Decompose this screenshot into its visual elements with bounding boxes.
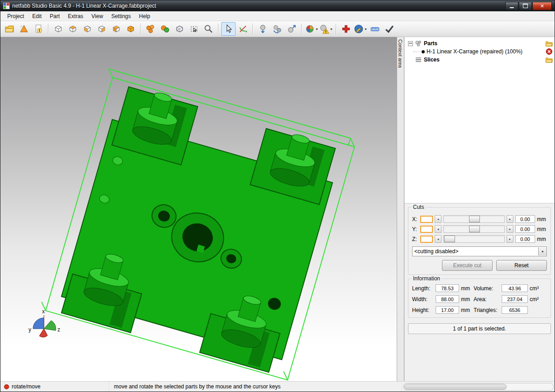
rotate-spheres-icon <box>272 24 282 34</box>
execute-cut-button[interactable]: Execute cut <box>442 260 493 271</box>
analysis-button[interactable]: ▼ <box>304 22 319 36</box>
slider-right-arrow[interactable]: ► <box>507 215 513 223</box>
load-part-folder-icon[interactable] <box>546 40 553 47</box>
maximize-button[interactable] <box>519 2 532 10</box>
cut-plane-box-x[interactable] <box>420 216 433 223</box>
orientation-axes: x y z <box>27 308 65 346</box>
cuts-group: Cuts X: ◄ ► mm Y: ◄ ► mm <box>408 207 551 275</box>
menu-view[interactable]: View <box>87 12 107 20</box>
menu-edit[interactable]: Edit <box>28 12 46 20</box>
tree-item-parts[interactable]: Parts <box>404 39 555 47</box>
parts-tree: Parts H-1 Linear X-Carrage (repaired) (1… <box>404 37 555 203</box>
show-slices-button[interactable] <box>158 22 172 36</box>
collapse-icon[interactable] <box>408 41 413 46</box>
add-button[interactable] <box>339 22 353 36</box>
select-tool-button[interactable] <box>221 22 236 36</box>
menu-extras[interactable]: Extras <box>64 12 87 20</box>
slider-right-arrow[interactable]: ► <box>507 225 513 233</box>
scale-sphere-icon <box>287 24 297 34</box>
menu-project[interactable]: Project <box>3 12 28 20</box>
platform-box-button-6[interactable] <box>123 22 138 36</box>
select-box-icon <box>189 24 199 34</box>
horizontal-scrollbar[interactable] <box>403 383 554 391</box>
box-select-button[interactable] <box>187 22 201 36</box>
toolbar-separator <box>301 24 302 34</box>
chevron-down-icon[interactable]: ▼ <box>330 28 333 31</box>
cut-row-z: Z: ◄ ► mm <box>412 235 547 243</box>
measure-button[interactable] <box>368 22 382 36</box>
slider-left-arrow[interactable]: ◄ <box>435 215 441 223</box>
toolbar-separator <box>48 24 49 34</box>
chevron-down-icon[interactable]: ▼ <box>315 28 318 31</box>
close-icon: ✕ <box>540 4 544 9</box>
cut-slider-z[interactable] <box>443 235 505 243</box>
cut-value-input-z[interactable] <box>515 235 535 243</box>
slider-thumb[interactable] <box>444 236 455 242</box>
repair-status-button[interactable]: ▼ <box>319 22 333 36</box>
open-project-button[interactable] <box>2 22 17 36</box>
tree-item-label: H-1 Linear X-Carrage (repaired) (100%) <box>427 48 522 55</box>
status-mode-section: rotate/move <box>0 382 109 392</box>
menu-help[interactable]: Help <box>135 12 154 20</box>
close-button[interactable]: ✕ <box>532 2 552 10</box>
warning-sphere-icon <box>319 24 329 34</box>
cut-slider-y[interactable] <box>443 225 505 233</box>
info-icon <box>33 24 43 34</box>
slider-right-arrow[interactable]: ► <box>507 235 513 243</box>
platform-box-button-1[interactable] <box>51 22 66 36</box>
show-parts-button[interactable] <box>143 22 158 36</box>
dropdown-button[interactable]: ▼ <box>538 247 546 255</box>
tree-guide <box>413 52 420 52</box>
slider-left-arrow[interactable]: ◄ <box>435 225 441 233</box>
show-platform-button[interactable] <box>172 22 187 36</box>
field-label: Area: <box>474 296 500 302</box>
cutting-mode-value: <cutting disabled> <box>413 248 538 255</box>
field-label: Triangles: <box>474 307 500 313</box>
platform-box-button-4[interactable] <box>95 22 109 36</box>
slider-thumb[interactable] <box>469 216 480 222</box>
unit-label: mm <box>537 226 547 232</box>
context-panel: Parts H-1 Linear X-Carrage (repaired) (1… <box>404 37 555 381</box>
repair-button[interactable]: ▼ <box>353 22 368 36</box>
cut-plane-box-z[interactable] <box>420 236 433 243</box>
project-info-button[interactable] <box>31 22 46 36</box>
zoom-button[interactable] <box>201 22 216 36</box>
parts-group-icon <box>415 40 422 47</box>
platform-box-button-2[interactable] <box>66 22 80 36</box>
box-3d-solid-icon <box>126 24 136 34</box>
remove-part-icon[interactable] <box>546 48 553 55</box>
rotate-view-button[interactable] <box>236 22 250 36</box>
slider-thumb[interactable] <box>469 226 480 232</box>
cut-value-input-y[interactable] <box>515 225 535 233</box>
scale-part-button[interactable] <box>285 22 299 36</box>
platform-box-button-3[interactable] <box>80 22 95 36</box>
cut-plane-box-y[interactable] <box>420 226 433 233</box>
cut-slider-x[interactable] <box>443 215 505 223</box>
cut-axis-label: X: <box>412 216 418 222</box>
app-icon <box>3 3 9 9</box>
menu-settings[interactable]: Settings <box>107 12 135 20</box>
load-slice-folder-icon[interactable] <box>546 56 553 63</box>
reset-button[interactable]: Reset <box>496 260 547 271</box>
tree-item-part[interactable]: H-1 Linear X-Carrage (repaired) (100%) <box>404 47 555 56</box>
chevron-down-icon[interactable]: ▼ <box>364 28 367 31</box>
apply-button[interactable] <box>382 22 397 36</box>
cutting-mode-dropdown[interactable]: <cutting disabled> ▼ <box>412 246 547 256</box>
tree-item-slices[interactable]: Slices <box>404 56 555 64</box>
toolbar-separator <box>336 24 337 34</box>
cut-value-input-x[interactable] <box>515 215 535 223</box>
menu-part[interactable]: Part <box>46 12 64 20</box>
add-part-button[interactable] <box>17 22 31 36</box>
viewport-3d[interactable]: x y z <box>0 37 397 381</box>
move-part-button[interactable] <box>256 22 270 36</box>
box-3d-right-icon <box>97 24 107 34</box>
rotate-part-button[interactable] <box>270 22 285 36</box>
platform-box-button-5[interactable] <box>109 22 123 36</box>
slider-left-arrow[interactable]: ◄ <box>435 235 441 243</box>
folder-open-icon <box>5 24 14 34</box>
context-area-strip[interactable]: Context area <box>397 37 404 381</box>
box-3d-two-face-icon <box>111 24 121 34</box>
minimize-button[interactable] <box>505 2 518 10</box>
title-bar[interactable]: netfabb Studio Basic 4.9 - H-1 Linear X-… <box>0 0 555 11</box>
scrollbar-thumb[interactable] <box>404 384 507 390</box>
